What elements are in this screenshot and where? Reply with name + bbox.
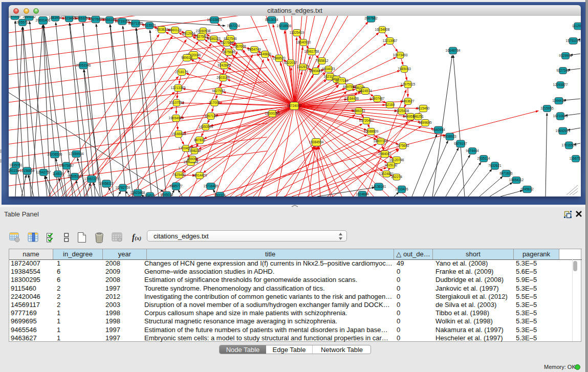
svg-text:12505115: 12505115 [68,174,82,178]
svg-text:2986372: 2986372 [352,109,365,113]
svg-text:989614: 989614 [181,56,192,59]
svg-text:1903557: 1903557 [9,16,21,18]
svg-text:17957225: 17957225 [84,177,99,181]
svg-text:20053346: 20053346 [76,63,91,67]
svg-text:15720407: 15720407 [359,119,374,122]
svg-text:16210643: 16210643 [553,114,568,118]
svg-text:19692971: 19692971 [556,129,571,133]
svg-text:833324: 833324 [214,193,226,196]
svg-text:252274: 252274 [391,175,402,179]
svg-text:9242845: 9242845 [217,63,231,67]
svg-text:846251: 846251 [412,115,424,118]
svg-text:9327503: 9327503 [194,35,208,38]
svg-text:1588520: 1588520 [272,56,286,60]
svg-text:21164436: 21164436 [344,97,359,100]
svg-text:1523465: 1523465 [62,16,76,20]
svg-text:19166825: 19166825 [171,132,186,136]
svg-text:1733426: 1733426 [395,187,408,191]
svg-text:19055712: 19055712 [15,20,30,24]
svg-text:8912954: 8912954 [182,32,195,35]
svg-text:6899695: 6899695 [419,121,432,124]
svg-text:8322037: 8322037 [284,61,297,64]
svg-text:9485777: 9485777 [169,184,183,188]
svg-text:391159: 391159 [9,169,19,172]
svg-text:5875685: 5875685 [222,50,235,54]
svg-text:7663822: 7663822 [155,28,168,31]
svg-text:2059132: 2059132 [23,16,36,18]
svg-text:8990443: 8990443 [309,69,322,73]
svg-text:7625402: 7625402 [172,173,186,177]
svg-text:1615132: 1615132 [384,163,398,167]
svg-text:18914479: 18914479 [192,173,207,177]
svg-text:12923468: 12923468 [130,191,145,194]
svg-text:16120746: 16120746 [389,158,404,162]
svg-text:9245032: 9245032 [160,193,173,196]
svg-text:974521: 974521 [144,194,156,196]
svg-text:12213383: 12213383 [171,86,186,90]
svg-text:9329906: 9329906 [559,54,572,57]
svg-text:8938923: 8938923 [443,135,456,138]
svg-text:1640954: 1640954 [432,128,445,132]
svg-text:12093877: 12093877 [553,83,568,86]
svg-text:19975887: 19975887 [59,164,74,167]
svg-text:15716485: 15716485 [204,184,219,188]
svg-text:9245612: 9245612 [520,187,534,191]
svg-text:16782759: 16782759 [116,186,130,189]
svg-text:1527602: 1527602 [89,17,102,21]
svg-text:9115460: 9115460 [417,106,430,110]
svg-text:17359934: 17359934 [69,152,84,156]
svg-text:22260538: 22260538 [196,29,211,33]
svg-text:3267130: 3267130 [204,114,217,118]
svg-text:159093: 159093 [187,157,198,161]
svg-text:2935114: 2935114 [477,157,490,160]
svg-text:12213967: 12213967 [383,39,398,42]
svg-text:2087682: 2087682 [364,16,378,20]
svg-text:14353594: 14353594 [199,125,213,128]
svg-text:7955812: 7955812 [315,59,329,62]
svg-text:62160: 62160 [385,103,395,106]
svg-text:6879197: 6879197 [454,142,467,145]
svg-text:3624574: 3624574 [359,89,372,93]
svg-text:7632621: 7632621 [488,164,502,167]
svg-text:18300295: 18300295 [265,112,280,115]
svg-text:2984067: 2984067 [378,152,391,156]
svg-text:18640910: 18640910 [296,40,311,44]
svg-text:10688609: 10688609 [364,129,379,133]
svg-text:317006: 317006 [209,101,220,104]
svg-text:18807249: 18807249 [374,139,388,143]
svg-text:114519: 114519 [52,172,63,176]
svg-text:11325419: 11325419 [290,31,304,34]
svg-text:20206536: 20206536 [48,152,62,156]
svg-text:10654112: 10654112 [509,178,524,182]
svg-text:1166753: 1166753 [570,157,581,160]
svg-text:16154808: 16154808 [375,28,390,31]
svg-text:8813014: 8813014 [265,18,278,21]
svg-text:8186323: 8186323 [207,37,221,40]
svg-text:2718176: 2718176 [175,70,188,74]
svg-text:1112986: 1112986 [572,24,581,28]
svg-text:18724007: 18724007 [287,104,302,107]
svg-text:8660124: 8660124 [168,28,182,32]
svg-text:7857224: 7857224 [227,24,240,28]
svg-text:10958117: 10958117 [99,182,114,185]
svg-text:10807487: 10807487 [370,97,385,100]
svg-text:10719155: 10719155 [115,19,130,23]
svg-text:7975692: 7975692 [396,144,409,147]
svg-text:2367608: 2367608 [233,45,246,48]
svg-text:10961758: 10961758 [304,50,319,53]
svg-text:1883904: 1883904 [49,16,62,19]
svg-text:7515526: 7515526 [143,24,156,27]
svg-text:9327508: 9327508 [220,41,233,45]
svg-text:14136141: 14136141 [372,185,386,188]
svg-text:12975115: 12975115 [401,82,416,86]
svg-text:8454749: 8454749 [248,48,261,51]
svg-text:1244415: 1244415 [552,99,565,102]
svg-text:19384554: 19384554 [309,140,324,144]
svg-text:9777169: 9777169 [335,79,349,82]
svg-text:12156859: 12156859 [20,169,35,172]
svg-text:1835051: 1835051 [9,163,23,167]
svg-text:9474444: 9474444 [466,149,479,152]
svg-text:9463627: 9463627 [401,99,415,103]
svg-text:3215955: 3215955 [540,106,554,110]
svg-text:10973493: 10973493 [393,53,408,57]
